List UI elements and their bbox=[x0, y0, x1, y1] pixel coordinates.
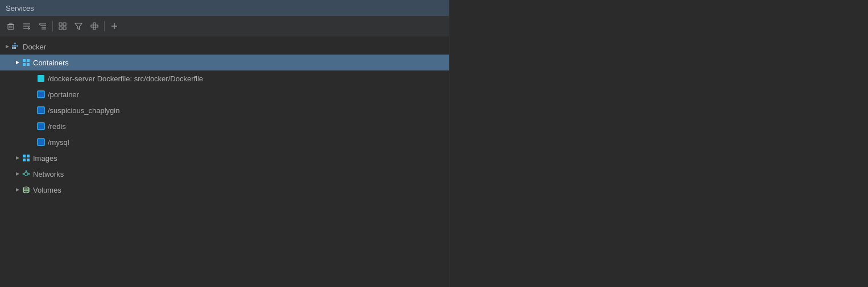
filter-button[interactable] bbox=[71, 19, 86, 34]
deploy-icon bbox=[90, 22, 98, 30]
svg-rect-40 bbox=[38, 75, 44, 82]
chevron-volumes bbox=[14, 186, 22, 194]
group-icon bbox=[59, 22, 67, 30]
tree-item-docker[interactable]: Docker bbox=[0, 39, 449, 55]
redis-icon bbox=[36, 122, 46, 131]
svg-rect-15 bbox=[59, 27, 62, 30]
deploy-button[interactable] bbox=[87, 19, 102, 34]
svg-rect-47 bbox=[27, 155, 30, 157]
svg-rect-21 bbox=[93, 27, 96, 30]
svg-rect-38 bbox=[23, 63, 26, 66]
tree-item-docker-server[interactable]: /docker-server Dockerfile: src/docker/Do… bbox=[0, 70, 449, 86]
svg-rect-32 bbox=[14, 43, 16, 44]
tree-item-containers[interactable]: Containers bbox=[0, 55, 449, 70]
svg-rect-16 bbox=[63, 27, 66, 30]
suspicious-chaplygin-icon bbox=[36, 106, 46, 115]
svg-rect-48 bbox=[23, 159, 26, 161]
svg-rect-42 bbox=[38, 107, 44, 114]
toolbar-separator-1 bbox=[52, 21, 53, 31]
expand-all-button[interactable] bbox=[35, 19, 50, 34]
svg-rect-39 bbox=[27, 63, 30, 66]
collapse-all-icon bbox=[23, 22, 31, 30]
svg-marker-28 bbox=[6, 45, 9, 48]
svg-rect-31 bbox=[16, 45, 18, 47]
panel-title: Services bbox=[6, 4, 34, 13]
right-panel bbox=[449, 0, 868, 287]
filter-icon bbox=[75, 22, 82, 30]
chevron-networks bbox=[14, 170, 22, 178]
tree-item-volumes[interactable]: Volumes bbox=[0, 182, 449, 198]
docker-label: Docker bbox=[23, 43, 46, 51]
images-label: Images bbox=[33, 154, 57, 163]
tree-container: Docker Containers bbox=[0, 36, 449, 287]
toolbar bbox=[0, 16, 449, 36]
images-icon bbox=[22, 153, 31, 163]
tree-item-suspicious-chaplygin[interactable]: /suspicious_chaplygin bbox=[0, 102, 449, 118]
svg-rect-49 bbox=[27, 159, 30, 161]
svg-rect-20 bbox=[96, 25, 98, 27]
svg-rect-19 bbox=[93, 23, 96, 25]
tree-item-portainer[interactable]: /portainer bbox=[0, 86, 449, 102]
svg-rect-36 bbox=[23, 59, 26, 62]
svg-marker-45 bbox=[16, 156, 19, 160]
svg-rect-30 bbox=[14, 45, 16, 47]
networks-icon bbox=[22, 169, 31, 178]
tree-item-networks[interactable]: Networks bbox=[0, 166, 449, 182]
volumes-label: Volumes bbox=[33, 186, 61, 194]
svg-marker-50 bbox=[16, 172, 19, 176]
chevron-docker bbox=[3, 43, 11, 51]
docker-server-label: /docker-server Dockerfile: src/docker/Do… bbox=[48, 74, 203, 83]
running-icon bbox=[36, 74, 46, 83]
volumes-icon bbox=[22, 185, 31, 194]
svg-point-54 bbox=[26, 170, 27, 172]
panel-header: Services bbox=[0, 0, 449, 16]
services-panel: Services bbox=[0, 0, 449, 287]
add-button[interactable] bbox=[107, 19, 122, 34]
toolbar-separator-2 bbox=[104, 21, 105, 31]
svg-marker-17 bbox=[75, 23, 82, 30]
chevron-images bbox=[14, 154, 22, 162]
svg-marker-35 bbox=[16, 61, 19, 64]
svg-rect-37 bbox=[27, 59, 30, 62]
svg-point-51 bbox=[24, 172, 28, 176]
svg-rect-34 bbox=[14, 47, 16, 49]
containers-icon bbox=[22, 58, 31, 67]
mysql-icon bbox=[36, 138, 46, 147]
collapse-all-button[interactable] bbox=[19, 19, 34, 34]
networks-label: Networks bbox=[33, 170, 64, 178]
svg-rect-43 bbox=[38, 123, 44, 130]
expand-all-icon bbox=[39, 22, 47, 30]
mysql-label: /mysql bbox=[48, 138, 69, 147]
suspicious-chaplygin-label: /suspicious_chaplygin bbox=[48, 106, 119, 115]
chevron-containers bbox=[14, 59, 22, 66]
add-icon bbox=[110, 22, 118, 30]
tree-item-redis[interactable]: /redis bbox=[0, 118, 449, 134]
svg-rect-18 bbox=[91, 25, 93, 27]
portainer-icon bbox=[36, 90, 46, 99]
svg-rect-14 bbox=[63, 23, 66, 26]
svg-rect-41 bbox=[38, 91, 44, 98]
svg-rect-29 bbox=[12, 45, 14, 47]
group-button[interactable] bbox=[55, 19, 70, 34]
svg-rect-33 bbox=[12, 47, 14, 49]
delete-icon bbox=[7, 22, 15, 30]
tree-item-images[interactable]: Images bbox=[0, 150, 449, 166]
svg-marker-58 bbox=[16, 188, 19, 192]
docker-icon bbox=[11, 42, 20, 51]
redis-label: /redis bbox=[48, 122, 66, 131]
svg-point-53 bbox=[28, 173, 30, 175]
svg-rect-46 bbox=[23, 155, 26, 157]
delete-button[interactable] bbox=[3, 19, 18, 34]
tree-item-mysql[interactable]: /mysql bbox=[0, 134, 449, 150]
svg-point-52 bbox=[23, 173, 24, 175]
svg-rect-1 bbox=[9, 23, 13, 24]
main-layout: Services bbox=[0, 0, 868, 287]
containers-label: Containers bbox=[33, 59, 69, 67]
portainer-label: /portainer bbox=[48, 90, 79, 99]
svg-rect-13 bbox=[59, 23, 62, 26]
svg-rect-44 bbox=[38, 139, 44, 145]
